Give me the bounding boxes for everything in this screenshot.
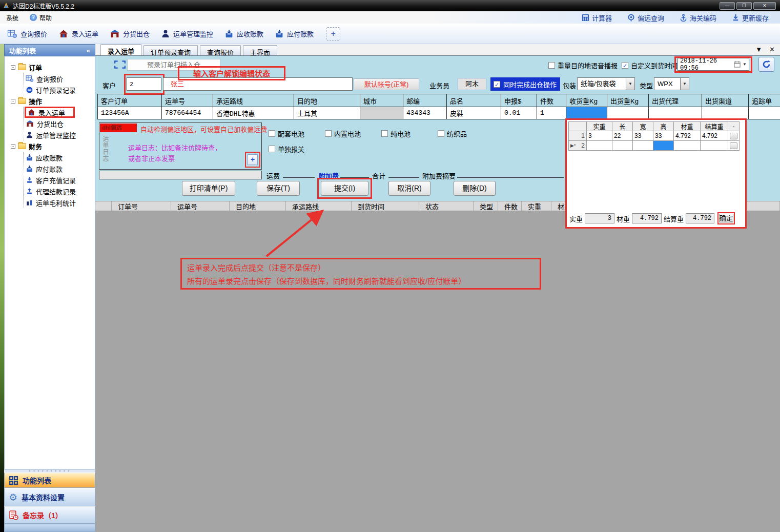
textile-checkbox[interactable]: 纺织品 xyxy=(438,129,467,138)
sidebar-nav-basic-settings[interactable]: ⚙基本资料设置 xyxy=(4,488,95,506)
cell-tracking[interactable] xyxy=(749,107,780,119)
tool-remote-query[interactable]: 偏远查询 xyxy=(627,13,664,23)
save-button[interactable]: 保存(T) xyxy=(257,181,300,196)
sidebar-collapse-button[interactable]: « xyxy=(87,47,90,54)
salesman-value[interactable]: 阿木 xyxy=(458,78,486,90)
cell-receive-weight[interactable] xyxy=(566,107,607,119)
tool-update-cache[interactable]: 更新缓存 xyxy=(732,13,769,23)
cell-destination[interactable]: 土耳其 xyxy=(294,107,360,119)
toolbar-add-button[interactable]: + xyxy=(326,27,340,40)
tab-order-prerecord-query[interactable]: 订单预录查询 xyxy=(143,45,198,55)
cell-route[interactable]: 香港DHL特惠 xyxy=(213,107,294,119)
surcharge-summary-field[interactable] xyxy=(457,170,564,178)
tree-item-profit-stats[interactable]: 运单毛利统计 xyxy=(26,197,95,208)
battery-kit-checkbox[interactable]: 配套电池 xyxy=(269,129,304,138)
cell-actual-weight[interactable] xyxy=(587,141,612,151)
custom-arrival-time-checkbox[interactable]: 自定义到货时间 xyxy=(622,60,678,70)
cell-ship-channel[interactable] xyxy=(702,107,749,119)
cell-width[interactable]: 33 xyxy=(633,131,653,141)
row-delete-button[interactable] xyxy=(730,133,737,139)
toolbar-receivables[interactable]: 应收账款 xyxy=(222,27,265,40)
collapse-box-icon[interactable]: - xyxy=(11,144,15,149)
pure-battery-checkbox[interactable]: 纯电池 xyxy=(381,129,410,138)
surcharge-link[interactable]: 附加费 xyxy=(319,171,339,180)
delete-button[interactable]: 删除(D) xyxy=(454,181,496,196)
tree-group-orders[interactable]: -订单 xyxy=(11,62,95,73)
tree-item-dispatch-outbound[interactable]: 分货出仓 xyxy=(26,118,95,129)
cell-pieces[interactable]: 1 xyxy=(537,107,566,119)
tree-item-order-prerecord[interactable]: 订单预录记录 xyxy=(26,84,95,95)
cell-customer-order[interactable]: 123456A xyxy=(97,107,162,119)
cell-height-selected[interactable] xyxy=(653,141,674,151)
tab-entry-waybill[interactable]: 录入运单 xyxy=(100,44,141,55)
cell-ship-weight[interactable] xyxy=(607,107,649,119)
toolbar-entry-waybill[interactable]: 录入运单 xyxy=(56,27,100,40)
tab-query-quote[interactable]: 查询报价 xyxy=(200,45,241,55)
toolbar-query-quote[interactable]: 查询报价 xyxy=(5,27,49,40)
cell-length[interactable] xyxy=(612,141,633,151)
ok-button[interactable]: 确定 xyxy=(719,214,733,222)
cell-zipcode[interactable]: 434343 xyxy=(403,107,447,119)
tree-item-customer-recharge[interactable]: 客户充值记录 xyxy=(26,174,95,186)
refresh-button[interactable] xyxy=(758,57,774,72)
package-dropdown[interactable]: 纸箱/包裹袋▼ xyxy=(577,77,635,90)
freight-field[interactable] xyxy=(283,170,315,178)
cell-volume-weight[interactable] xyxy=(674,141,701,151)
sidebar-nav-memo[interactable]: 备忘录（1） xyxy=(4,506,95,524)
minimize-button[interactable]: — xyxy=(720,2,735,10)
builtin-battery-checkbox[interactable]: 内置电池 xyxy=(325,129,361,138)
arrival-datetime-field[interactable]: 2018-11-26 09:56▼ xyxy=(678,58,749,71)
submit-button[interactable]: 提交(I) xyxy=(321,181,368,196)
tree-group-finance[interactable]: -财务 xyxy=(11,140,95,152)
menu-help[interactable]: ?帮助 xyxy=(30,13,52,22)
toolbar-dispatch-outbound[interactable]: 分货出仓 xyxy=(108,27,152,40)
actual-weight-total[interactable]: 3 xyxy=(585,213,614,223)
tree-item-waybill-monitor[interactable]: 运单管理监控 xyxy=(26,129,95,140)
print-list-button[interactable]: 打印清单(P) xyxy=(182,181,235,196)
cell-length[interactable]: 22 xyxy=(612,131,633,141)
cell-city[interactable] xyxy=(360,107,403,119)
cell-ship-agent[interactable] xyxy=(649,107,702,119)
cell-declared-value[interactable]: 0.01 xyxy=(501,107,537,119)
cell-product[interactable]: 皮鞋 xyxy=(447,107,501,119)
close-button[interactable]: ✕ xyxy=(753,2,776,10)
tree-item-receivables[interactable]: 应收账款 xyxy=(26,152,95,163)
toolbar-waybill-monitor[interactable]: 运单管理监控 xyxy=(159,27,215,40)
tab-dropdown-icon[interactable]: ▼ xyxy=(755,46,762,53)
tree-item-agent-settlement[interactable]: 代理结款记录 xyxy=(26,186,95,197)
toolbar-payables[interactable]: 应付账款 xyxy=(273,27,316,40)
tab-close-icon[interactable]: ✕ xyxy=(769,46,775,53)
tool-calculator[interactable]: 计算器 xyxy=(582,13,612,23)
type-dropdown[interactable]: WPX▼ xyxy=(654,77,689,90)
cancel-button[interactable]: 取消(R) xyxy=(388,181,430,196)
maximize-button[interactable]: ❐ xyxy=(736,2,752,10)
sidebar-nav-function-list[interactable]: 功能列表 xyxy=(4,473,95,488)
voice-broadcast-checkbox[interactable]: 重量目的地语音播报 xyxy=(548,60,618,70)
row-delete-button[interactable] xyxy=(730,142,737,149)
tab-main-screen[interactable]: 主界面 xyxy=(243,45,277,55)
collapse-box-icon[interactable]: - xyxy=(11,99,15,104)
charge-weight-total[interactable]: 4.792 xyxy=(686,213,714,223)
complete-outbound-checkbox[interactable]: 同时完成出仓操作 xyxy=(490,77,560,91)
cell-actual-weight[interactable]: 3 xyxy=(587,131,612,141)
cell-charge-weight[interactable]: 4.792 xyxy=(701,131,728,141)
default-account-button[interactable]: 默认帐号(正常) xyxy=(354,78,419,90)
cell-volume-weight[interactable]: 4.792 xyxy=(674,131,701,141)
total-field[interactable] xyxy=(388,170,419,178)
cell-waybill-no[interactable]: 787664454 xyxy=(162,107,213,119)
log-add-button[interactable]: + xyxy=(248,154,258,165)
tree-group-operations[interactable]: -操作 xyxy=(11,95,95,107)
cell-width[interactable] xyxy=(633,141,653,151)
cell-height[interactable]: 33 xyxy=(653,131,674,141)
collapse-box-icon[interactable]: - xyxy=(11,65,15,70)
tree-item-payables[interactable]: 应付账款 xyxy=(26,163,95,174)
surcharge-field[interactable] xyxy=(340,170,369,178)
volume-weight-total[interactable]: 4.792 xyxy=(632,213,662,223)
tree-item-query-quote[interactable]: 查询报价 xyxy=(26,73,95,84)
tool-customs-code[interactable]: 海关编码 xyxy=(680,13,716,23)
customer-code-input[interactable] xyxy=(127,77,161,91)
cell-charge-weight[interactable] xyxy=(701,141,728,151)
tree-item-entry-waybill[interactable]: 录入运单 xyxy=(26,107,95,118)
separate-customs-checkbox[interactable]: 单独报关 xyxy=(269,144,304,154)
menu-system[interactable]: 系统 xyxy=(6,13,18,22)
